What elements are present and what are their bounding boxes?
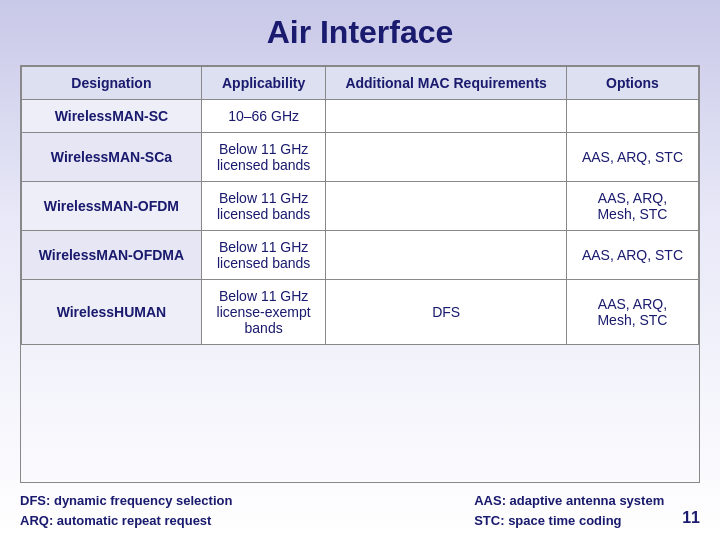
cell-applicability: Below 11 GHz licensed bands [201, 231, 326, 280]
table-row: WirelessMAN-OFDMBelow 11 GHz licensed ba… [22, 182, 699, 231]
cell-mac [326, 133, 567, 182]
footnote-aas: AAS: adaptive antenna system [474, 491, 664, 511]
cell-options: AAS, ARQ, STC [566, 231, 698, 280]
cell-applicability: Below 11 GHz licensed bands [201, 182, 326, 231]
cell-options: AAS, ARQ, Mesh, STC [566, 182, 698, 231]
col-header-designation: Designation [22, 67, 202, 100]
page-container: Air Interface Designation Applicability … [0, 0, 720, 540]
cell-mac [326, 182, 567, 231]
footnotes: DFS: dynamic frequency selection ARQ: au… [20, 483, 700, 530]
col-header-options: Options [566, 67, 698, 100]
cell-options [566, 100, 698, 133]
cell-designation: WirelessMAN-SC [22, 100, 202, 133]
cell-designation: WirelessMAN-OFDMA [22, 231, 202, 280]
col-header-applicability: Applicability [201, 67, 326, 100]
cell-applicability: Below 11 GHz license-exempt bands [201, 280, 326, 345]
air-interface-table: Designation Applicability Additional MAC… [21, 66, 699, 345]
footnote-arq: ARQ: automatic repeat request [20, 511, 232, 531]
table-row: WirelessMAN-SC10–66 GHz [22, 100, 699, 133]
table-row: WirelessHUMANBelow 11 GHz license-exempt… [22, 280, 699, 345]
footnotes-right-text: AAS: adaptive antenna system STC: space … [474, 491, 664, 530]
cell-mac [326, 231, 567, 280]
slide-number: 11 [682, 506, 700, 530]
cell-designation: WirelessMAN-SCa [22, 133, 202, 182]
cell-designation: WirelessMAN-OFDM [22, 182, 202, 231]
page-title: Air Interface [20, 10, 700, 51]
cell-applicability: 10–66 GHz [201, 100, 326, 133]
footnotes-left: DFS: dynamic frequency selection ARQ: au… [20, 491, 232, 530]
cell-applicability: Below 11 GHz licensed bands [201, 133, 326, 182]
footnote-stc: STC: space time coding [474, 511, 664, 531]
table-row: WirelessMAN-SCaBelow 11 GHz licensed ban… [22, 133, 699, 182]
cell-options: AAS, ARQ, STC [566, 133, 698, 182]
table-header-row: Designation Applicability Additional MAC… [22, 67, 699, 100]
cell-options: AAS, ARQ, Mesh, STC [566, 280, 698, 345]
table-row: WirelessMAN-OFDMABelow 11 GHz licensed b… [22, 231, 699, 280]
footnote-dfs: DFS: dynamic frequency selection [20, 491, 232, 511]
cell-mac: DFS [326, 280, 567, 345]
col-header-mac: Additional MAC Requirements [326, 67, 567, 100]
cell-mac [326, 100, 567, 133]
footnotes-right: AAS: adaptive antenna system STC: space … [474, 491, 700, 530]
cell-designation: WirelessHUMAN [22, 280, 202, 345]
table-wrapper: Designation Applicability Additional MAC… [20, 65, 700, 483]
